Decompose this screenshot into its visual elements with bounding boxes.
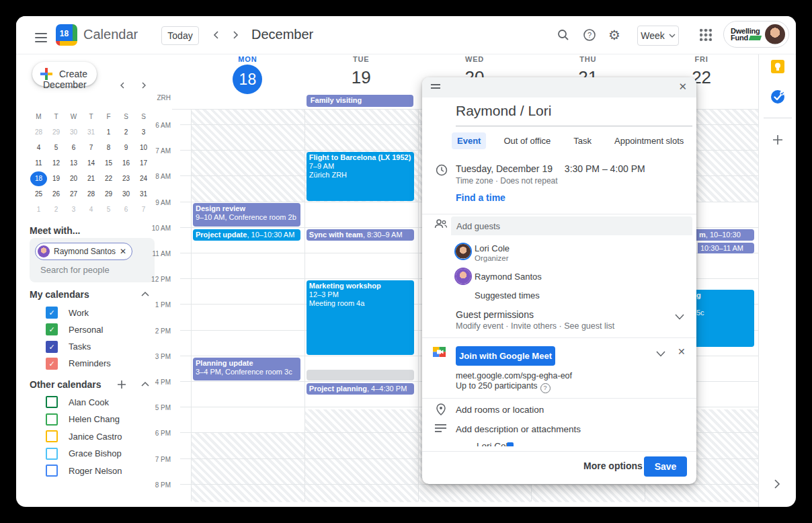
guest-row[interactable]: Lori ColeOrganizer [456,243,678,266]
mini-calendar-day[interactable]: 14 [83,156,99,171]
calendar-event[interactable]: Project update, 10–10:30 AM [193,229,300,241]
calendar-event[interactable]: Project planning, 4–4:30 PM [307,383,414,395]
calendar-event[interactable]: m, 10–10:30 AM [696,229,754,241]
guest-row[interactable]: Raymond Santos [456,268,678,290]
mini-calendar-day[interactable]: 22 [100,171,117,186]
mini-calendar-day[interactable]: 6 [65,140,82,155]
calendar-event[interactable]: Planning update3–4 PM, Conference room 3… [193,358,300,380]
mini-calendar-day[interactable]: 7 [83,140,99,155]
mini-calendar-day[interactable]: 3 [65,202,82,217]
today-button[interactable]: Today [161,26,199,45]
mini-calendar-day[interactable]: 2 [48,202,65,217]
calendar-event[interactable]: Design review9–10 AM, Conference room 2b [193,203,300,227]
next-week-icon[interactable] [230,30,241,40]
mini-calendar-day[interactable]: 29 [100,187,117,202]
my-calendars-collapse-icon[interactable] [141,291,149,296]
calendar-checkbox[interactable]: ✓ [46,323,58,335]
mini-calendar-day[interactable]: 9 [118,140,134,155]
event-recurrence[interactable]: Time zone · Does not repeat [456,176,558,186]
calendar-checkbox[interactable] [46,413,58,426]
mini-calendar-day[interactable]: 12 [48,156,65,171]
mini-calendar-day[interactable]: 21 [83,171,99,186]
mini-calendar-day[interactable]: 31 [83,125,99,140]
mini-calendar-day[interactable]: 30 [118,187,134,202]
mini-calendar-day[interactable]: 8 [100,140,117,155]
join-google-meet-button[interactable]: Join with Google Meet [456,346,555,366]
add-description-field[interactable]: Add description or attachments [456,424,581,434]
add-rooms-field[interactable]: Add rooms or location [456,405,544,415]
mini-calendar-day[interactable]: 4 [30,140,47,155]
mini-calendar-day[interactable]: 30 [65,125,82,140]
calendar-event[interactable]: 10:30–11 AM [698,243,754,253]
user-avatar[interactable] [765,24,785,44]
mini-calendar-day[interactable]: 23 [118,171,134,186]
mini-calendar-day[interactable]: 5 [100,202,117,217]
mini-calendar-day[interactable]: 26 [48,187,65,202]
view-selector-dropdown[interactable]: Week [637,26,679,46]
calendar-checkbox[interactable]: ✓ [46,341,58,353]
settings-gear-icon[interactable]: ⚙ [608,27,620,43]
mini-calendar-day[interactable]: 19 [48,171,65,186]
dialog-drag-bar[interactable]: ✕ [422,77,696,97]
remove-meet-icon[interactable]: ✕ [678,346,686,357]
search-people-input[interactable]: Search for people [40,265,110,275]
person-chip[interactable]: Raymond Santos ✕ [35,243,132,260]
account-pill[interactable]: Dwelling Fund [723,21,789,48]
mini-calendar-day[interactable]: 4 [83,202,99,217]
suggested-times-link[interactable]: Suggested times [475,290,540,300]
calendar-checkbox[interactable]: ✓ [46,307,58,319]
mini-calendar-day[interactable]: 29 [48,125,65,140]
google-apps-grid-icon[interactable] [700,29,712,41]
mini-calendar-day[interactable]: 16 [118,156,134,171]
mini-calendar-day[interactable]: 28 [83,187,99,202]
main-menu-icon[interactable] [35,30,47,45]
more-options-button[interactable]: More options [583,460,643,471]
save-button[interactable]: Save [644,456,687,477]
calendar-checkbox[interactable] [46,396,58,408]
calendar-event[interactable]: g5c [694,290,754,347]
event-datetime[interactable]: Tuesday, December 19 3:30 PM – 4:00 PM [456,163,645,174]
mini-calendar-prev-icon[interactable] [118,81,126,89]
calendar-checkbox[interactable]: ✓ [46,358,58,370]
participants-help-icon[interactable]: ? [540,383,551,393]
mini-calendar-day[interactable]: 20 [65,171,82,186]
mini-calendar-day[interactable]: 28 [30,125,47,140]
mini-calendar-day[interactable]: 25 [30,187,47,202]
event-title-input[interactable]: Raymond / Lori [456,103,551,119]
calendar-checkbox[interactable] [46,465,58,477]
calendar-event[interactable]: Marketing workshop12–3 PMMeeting room 4a [307,280,414,355]
mini-calendar-next-icon[interactable] [140,81,148,89]
today-date-circle[interactable]: 18 [233,65,262,94]
tab-task[interactable]: Task [568,132,597,149]
keep-icon[interactable] [770,59,785,74]
add-other-calendar-icon[interactable] [117,380,126,389]
calendar-list-item[interactable]: Helen Chang [46,412,160,427]
mini-calendar-day[interactable]: 15 [100,156,117,171]
calendar-checkbox[interactable] [46,448,58,460]
mini-calendar-day[interactable]: 11 [30,156,47,171]
dialog-close-icon[interactable]: ✕ [678,81,687,93]
plus-icon[interactable] [772,134,783,145]
calendar-event[interactable] [307,370,414,380]
help-icon[interactable]: ? [583,28,596,42]
mini-calendar-day[interactable]: 6 [118,202,134,217]
mini-calendar-day[interactable]: 5 [48,140,65,155]
tab-event[interactable]: Event [452,132,486,149]
search-icon[interactable] [557,28,570,42]
calendar-list-item[interactable]: Roger Nelson [46,463,160,478]
calendar-checkbox[interactable] [46,430,58,442]
calendar-event[interactable]: Sync with team, 8:30–9 AM [307,229,414,241]
find-a-time-link[interactable]: Find a time [456,192,505,203]
mini-calendar-day[interactable]: 13 [65,156,82,171]
tab-appointment-slots[interactable]: Appointment slots [609,132,689,149]
mini-calendar-day[interactable]: 1 [100,125,117,140]
previous-week-icon[interactable] [211,30,222,40]
all-day-event[interactable]: Family visiting [307,95,413,107]
tasks-icon[interactable] [770,89,785,104]
meet-options-expand-icon[interactable] [656,351,665,357]
guest-permissions-expand-icon[interactable] [675,314,684,320]
chip-remove-icon[interactable]: ✕ [120,247,126,256]
calendar-event[interactable]: Flight to Barcelona (LX 1952)7–9 AMZüric… [307,152,414,200]
day-number[interactable]: 19 [334,67,388,88]
mini-calendar-day[interactable]: 17 [135,156,152,171]
